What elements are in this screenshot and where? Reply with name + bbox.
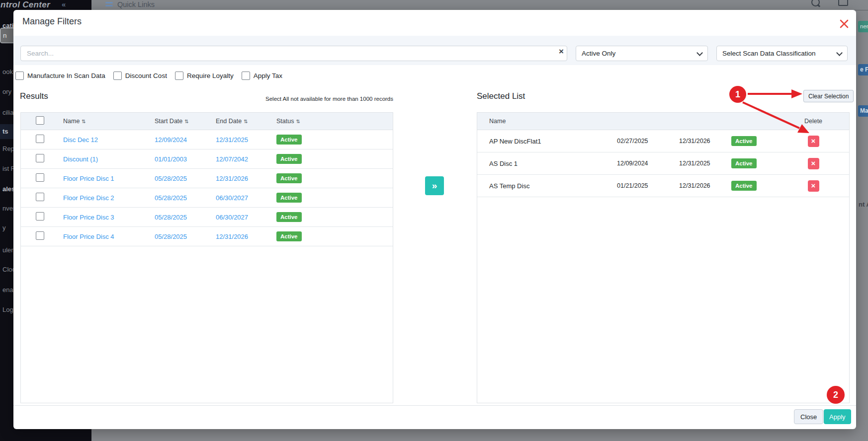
selected-name: AS Disc 1	[477, 160, 617, 167]
modal-footer	[13, 405, 856, 430]
result-name-link[interactable]: Floor Price Disc 3	[56, 214, 147, 221]
apply-tax-checkbox[interactable]	[242, 72, 250, 80]
result-end-date[interactable]: 12/31/2026	[208, 175, 269, 182]
row-checkbox[interactable]	[36, 135, 44, 143]
status-filter-select[interactable]: Active Only	[576, 46, 708, 61]
filter-checkboxes: Manufacture In Scan Data Discount Cost R…	[15, 71, 290, 80]
selected-list-heading: Selected List	[477, 91, 525, 101]
selected-row[interactable]: AS Temp Disc 01/21/2025 12/31/2026 Activ…	[477, 175, 849, 197]
search-icon	[811, 0, 820, 6]
delete-button[interactable]: ×	[808, 158, 819, 169]
move-to-selected-button[interactable]: »	[425, 176, 444, 195]
table-row[interactable]: Floor Price Disc 4 05/28/2025 12/31/2026…	[21, 227, 393, 246]
status-badge: Active	[276, 135, 302, 145]
status-filter-value: Active Only	[582, 50, 615, 57]
result-start-date[interactable]: 01/01/2003	[147, 155, 208, 163]
quick-links-label: Quick Links	[117, 0, 155, 9]
require-loyalty-checkbox[interactable]	[175, 72, 183, 80]
row-checkbox[interactable]	[36, 193, 44, 201]
selected-end-date: 12/31/2026	[679, 138, 731, 145]
monitor-icon	[838, 0, 848, 6]
sidebar-collapse-icon: «	[62, 0, 66, 8]
checkbox-label[interactable]: Require Loyalty	[187, 72, 234, 79]
selected-name: AS Temp Disc	[477, 182, 617, 190]
status-badge: Active	[731, 181, 757, 191]
background-text-fragment: nt A	[859, 201, 868, 208]
result-end-date[interactable]: 12/07/2042	[208, 155, 269, 163]
sort-icon: ⇅	[82, 119, 86, 124]
column-header-end-date[interactable]: End Date⇅	[208, 118, 269, 125]
column-header-status[interactable]: Status⇅	[269, 118, 393, 125]
status-badge: Active	[276, 193, 302, 203]
search-clear-icon[interactable]: ×	[556, 47, 566, 57]
app-logo: ntrol Center	[0, 0, 50, 10]
column-header-start-date[interactable]: Start Date⇅	[147, 118, 208, 125]
table-row[interactable]: Floor Price Disc 1 05/28/2025 12/31/2026…	[21, 169, 393, 188]
row-checkbox[interactable]	[36, 231, 44, 240]
checkbox-label[interactable]: Manufacture In Scan Data	[27, 72, 105, 79]
close-icon[interactable]	[839, 18, 850, 29]
column-header-name: Name	[477, 118, 617, 125]
selected-start-date: 01/21/2025	[617, 182, 679, 189]
result-name-link[interactable]: Floor Price Disc 1	[56, 175, 147, 182]
search-input[interactable]	[20, 46, 567, 61]
result-start-date[interactable]: 05/28/2025	[147, 194, 208, 202]
row-checkbox[interactable]	[36, 173, 44, 182]
selected-name: AP New DiscFlat1	[477, 138, 617, 145]
selected-row[interactable]: AS Disc 1 12/09/2024 12/31/2025 Active ×	[477, 152, 849, 175]
scan-data-classification-select[interactable]: Select Scan Data Classification	[716, 46, 848, 61]
table-row[interactable]: Disc Dec 12 12/09/2024 12/31/2025 Active	[21, 130, 393, 149]
background-topbar: Quick Links	[0, 0, 868, 10]
manage-filters-modal: Manage Filters × Active Only Select Scan…	[13, 10, 856, 429]
result-start-date[interactable]: 12/09/2024	[147, 136, 208, 144]
quick-links-icon	[105, 2, 113, 8]
result-name-link[interactable]: Disc Dec 12	[56, 136, 147, 144]
row-checkbox[interactable]	[36, 154, 44, 162]
result-start-date[interactable]: 05/28/2025	[147, 175, 208, 182]
modal-title: Manage Filters	[22, 16, 82, 27]
status-badge: Active	[276, 173, 302, 183]
result-start-date[interactable]: 05/28/2025	[147, 214, 208, 221]
delete-button[interactable]: ×	[808, 180, 819, 192]
selected-start-date: 12/09/2024	[617, 160, 679, 167]
background-button-fragment: e Fa	[858, 64, 868, 75]
table-row[interactable]: Discount (1) 01/01/2003 12/07/2042 Activ…	[21, 149, 393, 169]
result-end-date[interactable]: 12/31/2026	[208, 233, 269, 240]
row-checkbox[interactable]	[36, 212, 44, 220]
select-all-checkbox[interactable]	[36, 116, 44, 125]
result-name-link[interactable]: Floor Price Disc 4	[56, 233, 147, 240]
results-table-header: Name⇅ Start Date⇅ End Date⇅ Status⇅	[21, 113, 393, 130]
clear-selection-button[interactable]: Clear Selection	[803, 90, 854, 102]
selected-row[interactable]: AP New DiscFlat1 02/27/2025 12/31/2026 A…	[477, 130, 849, 152]
status-badge: Active	[276, 231, 302, 241]
result-end-date[interactable]: 06/30/2027	[208, 214, 269, 221]
checkbox-label[interactable]: Apply Tax	[254, 72, 282, 79]
apply-button[interactable]: Apply	[824, 409, 851, 424]
result-name-link[interactable]: Floor Price Disc 2	[56, 194, 147, 202]
sort-icon: ⇅	[244, 119, 248, 124]
status-badge: Active	[276, 154, 302, 164]
chevron-down-icon	[836, 50, 843, 56]
result-end-date[interactable]: 06/30/2027	[208, 194, 269, 202]
result-start-date[interactable]: 05/28/2025	[147, 233, 208, 240]
sort-icon: ⇅	[296, 119, 300, 124]
sort-icon: ⇅	[184, 119, 188, 124]
manufacture-in-scan-data-checkbox[interactable]	[15, 72, 24, 80]
table-row[interactable]: Floor Price Disc 3 05/28/2025 06/30/2027…	[21, 208, 393, 227]
chevron-down-icon	[696, 50, 703, 56]
table-row[interactable]: Floor Price Disc 2 05/28/2025 06/30/2027…	[21, 188, 393, 208]
delete-button[interactable]: ×	[808, 136, 819, 147]
selected-table-header: Name Delete	[477, 113, 849, 130]
close-button[interactable]: Close	[794, 409, 823, 424]
discount-cost-checkbox[interactable]	[113, 72, 122, 80]
column-header-name[interactable]: Name⇅	[56, 118, 147, 125]
selected-list-table: Name Delete AP New DiscFlat1 02/27/2025 …	[477, 112, 850, 403]
status-badge: Active	[731, 136, 757, 146]
classification-value: Select Scan Data Classification	[722, 50, 816, 57]
selected-end-date: 12/31/2026	[679, 182, 731, 189]
result-name-link[interactable]: Discount (1)	[56, 155, 147, 163]
checkbox-label[interactable]: Discount Cost	[125, 72, 167, 79]
selected-end-date: 12/31/2025	[679, 160, 731, 167]
result-end-date[interactable]: 12/31/2025	[208, 136, 269, 144]
selected-start-date: 02/27/2025	[617, 138, 679, 145]
